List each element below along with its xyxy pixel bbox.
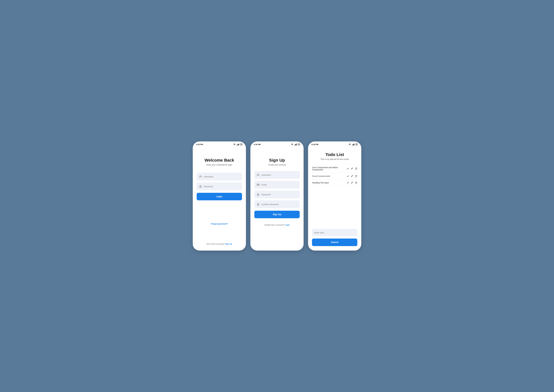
delete-icon-1[interactable] bbox=[355, 168, 357, 170]
status-bar-signup: 4:16 PM bbox=[250, 141, 304, 147]
signal-icon-todo bbox=[352, 144, 355, 145]
submit-button[interactable]: Submit bbox=[312, 238, 357, 246]
delete-icon-3[interactable] bbox=[355, 182, 357, 184]
password-input-login[interactable] bbox=[204, 185, 240, 188]
battery-icon-signup: 35 bbox=[298, 143, 300, 146]
svg-rect-22 bbox=[353, 144, 354, 145]
svg-rect-3 bbox=[238, 144, 238, 145]
todo-actions-2 bbox=[347, 175, 357, 177]
lock-icon-confirm bbox=[256, 203, 260, 206]
username-field-signup[interactable] bbox=[254, 171, 300, 179]
password-input-signup[interactable] bbox=[261, 193, 298, 196]
svg-rect-4 bbox=[239, 144, 239, 145]
svg-point-18 bbox=[258, 205, 258, 205]
todo-header: Todo List This is my todo list for this … bbox=[312, 152, 357, 160]
check-icon-3[interactable] bbox=[347, 182, 349, 184]
time-signup: 4:16 PM bbox=[254, 143, 261, 146]
user-icon-signup bbox=[256, 174, 260, 176]
todo-item-2: React Fundamentals bbox=[312, 173, 357, 180]
lock-icon-signup bbox=[256, 193, 260, 196]
todo-actions-3 bbox=[347, 182, 357, 184]
todo-title: Todo List bbox=[312, 152, 357, 157]
svg-rect-12 bbox=[296, 144, 297, 145]
edit-icon-1[interactable] bbox=[351, 168, 353, 170]
svg-rect-20 bbox=[352, 145, 352, 145]
no-account-text: Don't have a account? Sign Up bbox=[197, 243, 242, 246]
todo-actions-1 bbox=[347, 167, 357, 170]
login-button[interactable]: Login bbox=[197, 193, 242, 200]
svg-point-0 bbox=[234, 145, 234, 145]
svg-rect-2 bbox=[237, 144, 238, 145]
time-login: 4:16 PM bbox=[196, 143, 203, 146]
svg-point-7 bbox=[200, 187, 201, 187]
svg-point-16 bbox=[258, 195, 258, 195]
status-icons-signup: 35 bbox=[291, 143, 300, 146]
svg-rect-10 bbox=[295, 144, 295, 145]
todo-text-2: React Fundamentals bbox=[312, 175, 346, 177]
signal-icon-login bbox=[236, 144, 239, 145]
user-icon-login bbox=[199, 175, 202, 178]
check-icon-1[interactable] bbox=[347, 167, 349, 170]
forgot-password-link[interactable]: Forgot password? bbox=[197, 205, 242, 243]
todo-input-area: Submit bbox=[312, 229, 357, 246]
login-subtitle: Enter your credential for login bbox=[197, 164, 242, 166]
svg-rect-9 bbox=[294, 145, 295, 145]
status-icons-todo: 35 bbox=[348, 143, 358, 146]
have-account-text: Already have a account? Login bbox=[254, 224, 300, 227]
username-field-login[interactable] bbox=[197, 173, 242, 181]
check-icon-2[interactable] bbox=[347, 175, 349, 177]
login-header: Welcome Back Enter your credential for l… bbox=[197, 158, 242, 166]
password-field-login[interactable] bbox=[197, 182, 242, 190]
status-bar-login: 4:16 PM bbox=[193, 141, 246, 147]
status-bar-todo: 4:16 PM bbox=[308, 141, 361, 147]
todo-input[interactable] bbox=[312, 229, 357, 236]
email-icon-signup bbox=[256, 183, 260, 186]
todo-text-1: Core Components and Native Components bbox=[312, 166, 346, 171]
svg-rect-26 bbox=[355, 182, 357, 182]
edit-icon-3[interactable] bbox=[351, 182, 353, 184]
signup-header: Sign Up Create your account bbox=[254, 158, 300, 166]
email-input-signup[interactable] bbox=[261, 183, 298, 186]
wifi-icon-login bbox=[233, 144, 236, 145]
svg-rect-1 bbox=[237, 145, 237, 145]
svg-rect-24 bbox=[355, 168, 357, 168]
status-icons-login: 35 bbox=[233, 143, 242, 146]
signup-title: Sign Up bbox=[254, 158, 300, 162]
delete-icon-2[interactable] bbox=[355, 175, 357, 177]
todo-text-3: Handling Text Input bbox=[312, 182, 346, 184]
signup-link-login[interactable]: Sign Up bbox=[225, 243, 232, 245]
login-link-signup[interactable]: Login bbox=[285, 224, 290, 226]
lock-icon-login bbox=[199, 185, 202, 188]
svg-rect-11 bbox=[296, 144, 296, 145]
signup-button[interactable]: Sign Up bbox=[254, 211, 300, 218]
time-todo: 4:16 PM bbox=[312, 143, 318, 146]
signal-icon-signup bbox=[294, 144, 297, 145]
email-field-signup[interactable] bbox=[254, 181, 300, 189]
signup-phone: 4:16 PM bbox=[250, 141, 304, 251]
battery-icon-login: 35 bbox=[240, 143, 242, 146]
svg-rect-21 bbox=[353, 144, 353, 145]
todo-item-1: Core Components and Native Components bbox=[312, 164, 357, 173]
wifi-icon-signup bbox=[291, 144, 293, 145]
svg-point-8 bbox=[292, 145, 292, 145]
edit-icon-2[interactable] bbox=[351, 175, 353, 177]
todo-item-3: Handling Text Input bbox=[312, 180, 357, 186]
svg-rect-23 bbox=[354, 144, 354, 145]
wifi-icon-todo bbox=[348, 144, 351, 145]
todo-subtitle: This is my todo list for this month bbox=[312, 158, 357, 160]
login-title: Welcome Back bbox=[197, 158, 242, 162]
username-input-login[interactable] bbox=[204, 175, 240, 178]
signup-subtitle: Create your account bbox=[254, 164, 300, 166]
username-input-signup[interactable] bbox=[261, 174, 298, 176]
signup-content: Sign Up Create your account bbox=[250, 147, 304, 251]
battery-icon-todo: 35 bbox=[355, 143, 358, 146]
todo-phone: 4:16 PM bbox=[308, 141, 361, 251]
svg-point-19 bbox=[349, 145, 350, 145]
svg-rect-25 bbox=[355, 175, 357, 176]
svg-rect-14 bbox=[257, 184, 259, 186]
password-field-signup[interactable] bbox=[254, 190, 300, 198]
todo-list: Core Components and Native Components bbox=[312, 164, 357, 186]
confirm-password-input-signup[interactable] bbox=[261, 203, 298, 205]
todo-content: Todo List This is my todo list for this … bbox=[308, 147, 361, 251]
confirm-password-field-signup[interactable] bbox=[254, 200, 300, 208]
